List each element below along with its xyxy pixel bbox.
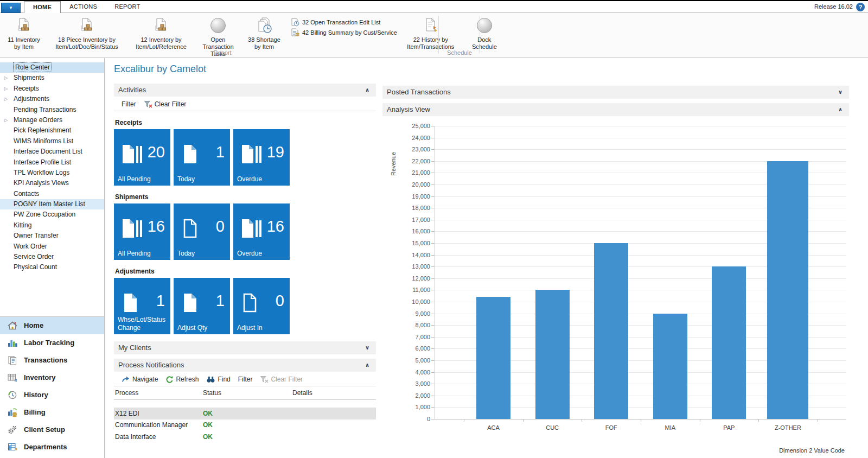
find-icon: [206, 376, 215, 383]
application-menu-button[interactable]: ▼: [1, 3, 21, 13]
table-row-communication-manager[interactable]: Communication ManagerOK: [114, 419, 376, 431]
expand-triangle-icon[interactable]: ▷: [4, 84, 8, 94]
cue-tile-value: 0: [216, 218, 225, 236]
sidebar-item-role-center[interactable]: Role Center: [0, 62, 104, 73]
chevron-up-icon[interactable]: ∧: [365, 84, 369, 97]
y-tick-label: 21,000: [412, 169, 430, 176]
menu-item-departments[interactable]: Departments: [0, 438, 104, 456]
table-row-data-interface[interactable]: Data InterfaceOK: [114, 431, 376, 443]
activities-toolbar-button-clear-filter[interactable]: Clear Filter: [144, 100, 187, 108]
ribbon-button-0[interactable]: 11 Inventory by Item: [2, 15, 46, 52]
sidebar-item-contacts[interactable]: Contacts: [0, 189, 104, 199]
y-tick-mark: [431, 126, 435, 126]
table-row-x12-edi[interactable]: X12 EDIOK: [114, 408, 376, 419]
sidebar-item-pogny-item-master-list[interactable]: POGNY Item Master List: [0, 199, 104, 209]
sidebar-item-label: Pending Transactions: [14, 106, 76, 113]
process-notifications-section-header[interactable]: Process Notifications ∧: [114, 359, 376, 372]
sidebar-item-interface-profile-list[interactable]: Interface Profile List: [0, 157, 104, 168]
sidebar-item-manage-eorders[interactable]: ▷Manage eOrders: [0, 115, 104, 125]
menu-item-billing[interactable]: Billing: [0, 404, 104, 421]
inventory-report-icon: [80, 18, 94, 33]
sidebar-item-receipts[interactable]: ▷Receipts: [0, 84, 104, 94]
cue-tile-today[interactable]: 0Today: [174, 203, 230, 260]
pn-toolbar-button-refresh[interactable]: Refresh: [165, 376, 199, 383]
tab-report[interactable]: REPORT: [106, 1, 149, 14]
cue-tile-label: Overdue: [237, 250, 287, 257]
cue-tile-overdue[interactable]: 19Overdue: [233, 129, 290, 186]
sidebar-item-work-order[interactable]: Work Order: [0, 241, 104, 252]
sidebar-item-kitting[interactable]: Kitting: [0, 220, 104, 231]
menu-item-history[interactable]: History: [0, 386, 104, 404]
pn-toolbar-button-navigate[interactable]: Navigate: [122, 376, 158, 383]
menu-item-client-setup[interactable]: Client Setup: [0, 421, 104, 438]
sidebar-item-service-order[interactable]: Service Order: [0, 252, 104, 262]
tab-actions[interactable]: ACTIONS: [61, 1, 106, 14]
cue-tile-overdue[interactable]: 16Overdue: [233, 203, 290, 260]
chart-bar-z-other[interactable]: [767, 161, 808, 419]
y-tick-label: 25,000: [412, 123, 430, 129]
activities-toolbar-button-filter[interactable]: Filter: [122, 100, 136, 108]
menu-item-inventory[interactable]: Inventory: [0, 369, 104, 386]
chart-bar-cuc[interactable]: [535, 290, 570, 419]
cue-tile-label: Today: [177, 250, 227, 257]
chart-bar-pap[interactable]: [712, 266, 746, 419]
sidebar-item-kpi-analysis-views[interactable]: KPI Analysis Views: [0, 178, 104, 188]
ribbon-button-2[interactable]: 12 Inventory by Item/Lot/Reference: [128, 15, 194, 52]
sidebar-item-interface-document-list[interactable]: Interface Document List: [0, 147, 104, 157]
ribbon-list-button-1[interactable]: 42 Billing Summary by Cust/Service: [291, 27, 397, 37]
ribbon-group-label-report: Report: [179, 49, 266, 56]
chevron-up-icon[interactable]: ∧: [838, 103, 843, 116]
ribbon-button-4[interactable]: 38 Shortage by Item: [242, 15, 286, 52]
chevron-down-icon[interactable]: ∨: [365, 341, 369, 354]
ribbon-button-dock-schedule[interactable]: Dock Schedule: [468, 15, 501, 52]
sidebar-item-pw-zone-occupation[interactable]: PW Zone Occupation: [0, 209, 104, 220]
chart-bar-aca[interactable]: [476, 297, 510, 419]
sidebar-item-label: Service Order: [14, 253, 54, 260]
menu-item-transactions[interactable]: Transactions: [0, 352, 104, 369]
menu-item-labor-tracking[interactable]: Labor Tracking: [0, 334, 104, 352]
sidebar-item-wims-miniforms-list[interactable]: WIMS Miniforms List: [0, 136, 104, 147]
my-clients-section-header[interactable]: My Clients ∨: [114, 341, 376, 354]
y-tick-label: 17,000: [412, 217, 430, 223]
tab-home[interactable]: HOME: [24, 1, 61, 14]
y-tick-label: 23,000: [412, 146, 430, 152]
cue-tile-all-pending[interactable]: 20All Pending: [114, 129, 170, 186]
cue-tile-adjust-in[interactable]: 0Adjust In: [233, 278, 290, 334]
cue-tile-today[interactable]: 1Today: [174, 129, 230, 186]
sidebar-item-physical-count[interactable]: Physical Count: [0, 262, 104, 272]
y-tick-label: 2,000: [415, 392, 430, 399]
sidebar-item-shipments[interactable]: ▷Shipments: [0, 73, 104, 83]
sidebar-item-tpl-workflow-logs[interactable]: TPL Workflow Logs: [0, 168, 104, 178]
x-tick-label: FOF: [582, 424, 641, 431]
cue-tile-adjust-qty[interactable]: 1Adjust Qty: [174, 278, 230, 334]
cue-tile-whse-lot-status-change[interactable]: 1Whse/Lot/Status Change: [114, 278, 170, 334]
chevron-up-icon[interactable]: ∧: [365, 359, 369, 372]
process-notifications-toolbar: Navigate Refresh FindFilter Clear Filter: [114, 373, 376, 386]
menu-item-home[interactable]: Home: [0, 317, 104, 334]
ribbon-list-button-0[interactable]: 32 Open Transaction Edit List: [291, 17, 397, 27]
chart-bar-mia[interactable]: [653, 314, 687, 419]
analysis-view-section-header[interactable]: Analysis View ∧: [382, 103, 849, 116]
cue-tile-all-pending[interactable]: 16All Pending: [114, 203, 170, 260]
pn-toolbar-button-filter[interactable]: Filter: [238, 376, 253, 383]
cue-tile-label: Today: [177, 175, 227, 183]
ribbon-button-1[interactable]: 18 Piece Inventory by Item/Lot/Doc/Bin/S…: [46, 15, 128, 52]
expand-triangle-icon[interactable]: ▷: [4, 94, 8, 104]
sidebar-item-owner-transfer[interactable]: Owner Transfer: [0, 231, 104, 241]
doc-filled-icon: [179, 292, 202, 314]
analysis-view-header-label: Analysis View: [387, 105, 430, 113]
sidebar-item-pick-replenishment[interactable]: Pick Replenishment: [0, 125, 104, 136]
y-tick-mark: [431, 407, 435, 408]
sidebar-item-adjustments[interactable]: ▷Adjustments: [0, 94, 104, 104]
x-tick-mark: [758, 419, 759, 422]
chart-bar-fof[interactable]: [594, 243, 628, 419]
ribbon-button-history[interactable]: 22 History by Item/Transactions: [401, 15, 460, 52]
activities-section-header[interactable]: Activities ∧: [114, 84, 376, 97]
help-icon[interactable]: ?: [856, 3, 865, 11]
expand-triangle-icon[interactable]: ▷: [4, 73, 8, 83]
pn-toolbar-button-find[interactable]: Find: [206, 376, 230, 383]
posted-transactions-section-header[interactable]: Posted Transactions ∨: [382, 86, 849, 99]
expand-triangle-icon[interactable]: ▷: [4, 115, 8, 125]
sidebar-item-pending-transactions[interactable]: Pending Transactions: [0, 105, 104, 115]
chevron-down-icon[interactable]: ∨: [838, 86, 843, 99]
